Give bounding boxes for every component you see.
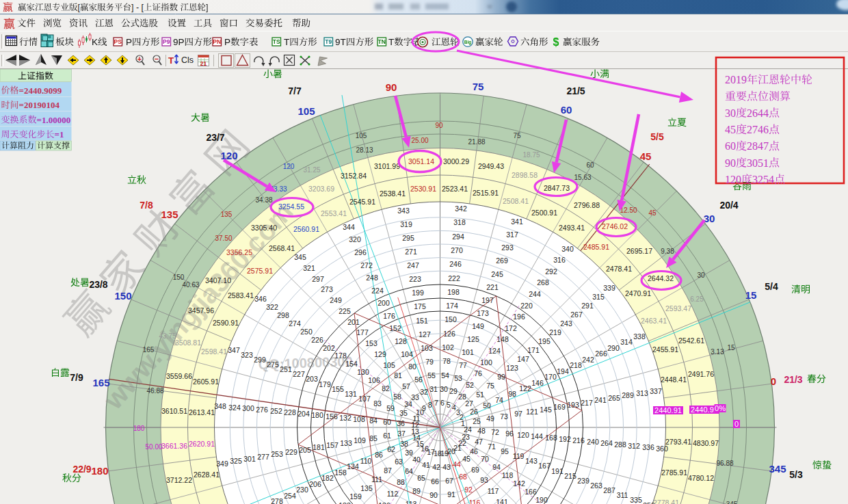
svg-text:165: 165 xyxy=(143,346,155,354)
svg-text:153: 153 xyxy=(365,339,377,347)
svg-text:136: 136 xyxy=(378,501,390,504)
svg-text:150: 150 xyxy=(445,315,457,323)
svg-text:120: 120 xyxy=(725,174,741,185)
svg-text:320: 320 xyxy=(349,235,361,243)
svg-text:252: 252 xyxy=(270,407,282,415)
svg-text:74: 74 xyxy=(495,396,503,404)
svg-text:P: P xyxy=(126,37,132,47)
svg-text:107: 107 xyxy=(358,395,371,403)
svg-text:95: 95 xyxy=(501,447,509,455)
svg-text:2898.58: 2898.58 xyxy=(512,171,538,179)
svg-text:225: 225 xyxy=(339,307,351,315)
svg-text:15: 15 xyxy=(745,289,757,301)
svg-text:4: 4 xyxy=(452,403,456,412)
svg-text:90: 90 xyxy=(429,491,438,499)
svg-text:315: 315 xyxy=(592,293,605,301)
svg-text:52: 52 xyxy=(466,381,474,389)
svg-text:[: [ xyxy=(78,3,81,12)
svg-text:6: 6 xyxy=(440,399,445,407)
svg-text:2508.41: 2508.41 xyxy=(503,197,529,205)
svg-text:90: 90 xyxy=(725,157,736,169)
svg-text:218: 218 xyxy=(570,361,582,369)
svg-text:222: 222 xyxy=(448,274,460,282)
svg-text:48: 48 xyxy=(477,427,486,435)
svg-text:46: 46 xyxy=(470,447,478,455)
svg-text:341: 341 xyxy=(511,217,523,226)
svg-text:80: 80 xyxy=(408,362,416,371)
svg-text:98: 98 xyxy=(508,390,516,398)
svg-text:321: 321 xyxy=(303,264,315,272)
svg-text:Cls: Cls xyxy=(181,55,194,65)
svg-text:112: 112 xyxy=(387,490,399,498)
svg-text:TN: TN xyxy=(378,38,386,45)
svg-text:111: 111 xyxy=(371,475,382,483)
svg-text:156: 156 xyxy=(326,412,338,421)
svg-text:229: 229 xyxy=(285,448,297,456)
svg-text:T: T xyxy=(284,37,289,47)
svg-text:3203.69: 3203.69 xyxy=(308,185,334,193)
svg-text:34: 34 xyxy=(404,400,412,408)
svg-text:2463.41: 2463.41 xyxy=(641,317,667,325)
svg-text:43.75: 43.75 xyxy=(159,332,176,340)
svg-text:125: 125 xyxy=(467,335,479,343)
svg-text:2644.32: 2644.32 xyxy=(648,274,674,282)
svg-text:2440.91: 2440.91 xyxy=(691,406,718,414)
svg-text:120: 120 xyxy=(517,431,529,439)
svg-text:194: 194 xyxy=(557,367,569,375)
svg-text:40: 40 xyxy=(412,455,421,464)
svg-text:99: 99 xyxy=(497,373,505,381)
svg-text:2: 2 xyxy=(460,413,464,421)
svg-text:251: 251 xyxy=(280,365,292,373)
svg-text:3152.84: 3152.84 xyxy=(341,172,367,180)
svg-text:337: 337 xyxy=(650,387,662,395)
svg-text:239: 239 xyxy=(577,477,589,485)
svg-text:91: 91 xyxy=(447,490,455,499)
svg-text:2793.41: 2793.41 xyxy=(665,438,691,446)
svg-text:45: 45 xyxy=(462,455,471,463)
svg-text:349: 349 xyxy=(216,460,228,468)
svg-text:2448.41: 2448.41 xyxy=(661,375,687,384)
svg-text:3508.81: 3508.81 xyxy=(175,339,201,347)
svg-text:24: 24 xyxy=(464,425,472,434)
svg-text:2644: 2644 xyxy=(747,107,769,119)
svg-text:116: 116 xyxy=(469,499,481,504)
svg-text:109: 109 xyxy=(354,436,366,445)
svg-text:Big: Big xyxy=(464,40,472,45)
svg-text:342: 342 xyxy=(455,204,467,213)
svg-text:−: − xyxy=(155,55,159,63)
svg-text:202: 202 xyxy=(323,344,335,352)
svg-text:69: 69 xyxy=(471,466,479,474)
svg-text:8: 8 xyxy=(428,401,432,409)
svg-text:247: 247 xyxy=(407,261,419,269)
svg-text:44: 44 xyxy=(453,460,461,468)
svg-text:147: 147 xyxy=(517,355,529,363)
svg-text:220: 220 xyxy=(520,302,533,310)
svg-text:339: 339 xyxy=(603,284,615,292)
svg-text:216: 216 xyxy=(572,436,585,445)
svg-text:287: 287 xyxy=(603,486,615,494)
svg-text:15.63: 15.63 xyxy=(574,174,591,181)
svg-text:3.13: 3.13 xyxy=(711,348,724,356)
svg-text:248: 248 xyxy=(366,274,378,282)
svg-text:55: 55 xyxy=(427,371,436,380)
svg-text:272: 272 xyxy=(360,261,373,269)
svg-text:5/4: 5/4 xyxy=(765,281,778,292)
svg-text:205: 205 xyxy=(299,446,311,454)
svg-text:169: 169 xyxy=(553,403,566,411)
svg-text:325: 325 xyxy=(230,457,242,465)
svg-text:3610.51: 3610.51 xyxy=(161,407,187,415)
svg-text:70: 70 xyxy=(481,455,489,463)
svg-text:324: 324 xyxy=(228,403,241,412)
svg-text:93: 93 xyxy=(480,476,488,484)
svg-text:203: 203 xyxy=(306,375,318,383)
svg-text:46.88: 46.88 xyxy=(146,387,163,395)
svg-text:182: 182 xyxy=(321,474,334,482)
svg-text:37.50: 37.50 xyxy=(215,235,232,242)
svg-text:60: 60 xyxy=(725,140,736,152)
svg-text:249: 249 xyxy=(330,296,342,304)
svg-text:7/9: 7/9 xyxy=(70,372,83,383)
svg-text:3559.66: 3559.66 xyxy=(166,372,192,380)
svg-text:15: 15 xyxy=(727,344,735,352)
svg-text:67: 67 xyxy=(445,477,453,485)
svg-text:165: 165 xyxy=(92,377,109,388)
